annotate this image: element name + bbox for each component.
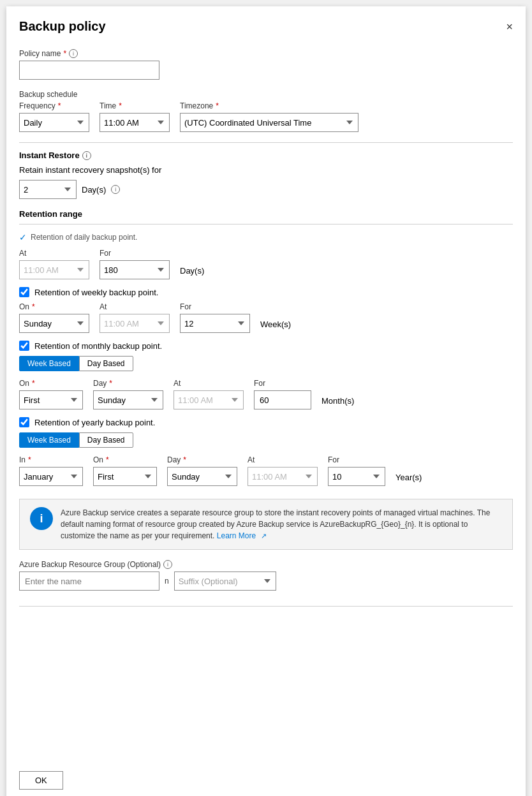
yearly-for-label: For — [328, 455, 385, 464]
days-info-icon[interactable]: i — [111, 185, 120, 194]
retain-value-row: 2 1 3 4 5 Day(s) i — [19, 180, 513, 199]
monthly-day-label: Day * — [93, 379, 163, 388]
daily-sub-label: Retention of daily backup point. — [31, 233, 137, 242]
monthly-at-label: At — [174, 379, 244, 388]
weekly-on-col: On * Sunday Monday Tuesday Wednesday Thu… — [19, 302, 89, 333]
weekly-on-label: On * — [19, 302, 89, 311]
backup-schedule-row: Frequency * Daily Weekly Time * 11:00 AM — [19, 101, 513, 132]
monthly-day-based-tab[interactable]: Day Based — [79, 356, 133, 371]
resource-group-suffix-select[interactable]: Suffix (Optional) — [174, 571, 276, 591]
resource-group-row: n Suffix (Optional) — [19, 571, 513, 591]
monthly-day-col: Day * Sunday Monday Tuesday Wednesday Th… — [93, 379, 163, 409]
timezone-col: Timezone * (UTC) Coordinated Universal T… — [180, 101, 358, 132]
yearly-day-label: Day * — [167, 455, 237, 464]
retain-row: Retain instant recovery snapshot(s) for — [19, 165, 513, 175]
daily-for-select[interactable]: 180 — [100, 260, 170, 279]
monthly-day-select[interactable]: Sunday Monday Tuesday Wednesday Thursday… — [93, 390, 163, 409]
yearly-week-based-tab[interactable]: Week Based — [19, 432, 79, 448]
policy-name-info-icon[interactable]: i — [69, 49, 78, 58]
retain-days-select[interactable]: 2 1 3 4 5 — [19, 180, 77, 199]
daily-at-select[interactable]: 11:00 AM — [19, 260, 89, 279]
info-text: Azure Backup service creates a separate … — [61, 507, 502, 542]
monthly-on-select[interactable]: First Second Third Fourth Last — [19, 390, 83, 409]
daily-for-col: For 180 — [100, 249, 170, 279]
monthly-at-select[interactable]: 11:00 AM — [174, 390, 244, 409]
policy-name-group: Policy name * i — [19, 49, 513, 80]
monthly-unit: Month(s) — [321, 396, 354, 409]
yearly-unit: Year(s) — [395, 473, 422, 486]
resource-group-info-icon[interactable]: i — [163, 560, 172, 569]
frequency-label: Frequency * — [19, 101, 89, 110]
yearly-checkbox-label: Retention of yearly backup point. — [34, 418, 155, 427]
daily-retention-sub: ✓ Retention of daily backup point. — [19, 232, 513, 242]
resource-group-name-input[interactable] — [19, 571, 159, 591]
ok-button[interactable]: OK — [19, 771, 63, 790]
weekly-at-label: At — [100, 302, 170, 311]
monthly-for-label: For — [254, 379, 311, 388]
info-box: i Azure Backup service creates a separat… — [19, 499, 513, 550]
weekly-on-select[interactable]: Sunday Monday Tuesday Wednesday Thursday… — [19, 314, 89, 333]
weekly-for-col: For 12 — [180, 302, 250, 333]
daily-at-for-row: At 11:00 AM For 180 Day(s) — [19, 249, 513, 279]
monthly-on-day-at-for-row: On * First Second Third Fourth Last Day … — [19, 379, 513, 409]
policy-name-input[interactable] — [19, 61, 159, 80]
time-label: Time * — [100, 101, 170, 110]
weekly-checkbox-label: Retention of weekly backup point. — [34, 288, 158, 297]
external-link-icon: ↗ — [261, 532, 267, 540]
yearly-at-label: At — [248, 455, 318, 464]
weekly-for-select[interactable]: 12 — [180, 314, 250, 333]
yearly-on-col: On * First Second Third Fourth Last — [93, 455, 157, 486]
daily-at-col: At 11:00 AM — [19, 249, 89, 279]
resource-group-separator: n — [165, 577, 169, 586]
backup-schedule-group: Backup schedule Frequency * Daily Weekly… — [19, 90, 513, 132]
backup-policy-panel: Backup policy × Policy name * i Backup s… — [6, 6, 526, 796]
panel-header: Backup policy × — [19, 19, 513, 34]
monthly-for-col: For — [254, 379, 311, 409]
retain-label: Retain instant recovery snapshot(s) for — [19, 165, 161, 175]
retention-range-divider — [19, 224, 513, 225]
monthly-tab-group: Week Based Day Based — [19, 356, 513, 371]
monthly-checkbox[interactable] — [19, 341, 29, 351]
yearly-for-select[interactable]: 10 — [328, 467, 385, 486]
timezone-select[interactable]: (UTC) Coordinated Universal Time — [180, 113, 358, 132]
yearly-checkbox[interactable] — [19, 417, 29, 427]
yearly-tab-group: Week Based Day Based — [19, 432, 513, 448]
time-select[interactable]: 11:00 AM — [100, 113, 170, 132]
frequency-select[interactable]: Daily Weekly — [19, 113, 89, 132]
instant-restore-info-icon[interactable]: i — [82, 151, 91, 160]
weekly-at-col: At 11:00 AM — [100, 302, 170, 333]
instant-restore-title: Instant Restore i — [19, 151, 513, 160]
monthly-on-col: On * First Second Third Fourth Last — [19, 379, 83, 409]
bottom-divider — [19, 606, 513, 607]
daily-for-label: For — [100, 249, 170, 258]
learn-more-link[interactable]: Learn More — [217, 531, 256, 540]
policy-name-label: Policy name * i — [19, 49, 513, 58]
weekly-checkbox[interactable] — [19, 287, 29, 297]
monthly-for-input[interactable] — [254, 390, 311, 409]
yearly-on-select[interactable]: First Second Third Fourth Last — [93, 467, 157, 486]
yearly-day-col: Day * Sunday Monday Tuesday Wednesday Th… — [167, 455, 237, 486]
weekly-for-label: For — [180, 302, 250, 311]
yearly-at-select[interactable]: 11:00 AM — [248, 467, 318, 486]
yearly-day-based-tab[interactable]: Day Based — [79, 432, 133, 448]
yearly-in-on-day-at-for-row: In * January February March April May Ju… — [19, 455, 513, 486]
instant-restore-divider — [19, 142, 513, 143]
monthly-week-based-tab[interactable]: Week Based — [19, 356, 79, 371]
close-button[interactable]: × — [506, 21, 513, 33]
yearly-in-select[interactable]: January February March April May June Ju… — [19, 467, 83, 486]
timezone-label: Timezone * — [180, 101, 358, 110]
yearly-in-label: In * — [19, 455, 83, 464]
yearly-on-label: On * — [93, 455, 157, 464]
daily-at-label: At — [19, 249, 89, 258]
yearly-checkbox-row: Retention of yearly backup point. — [19, 417, 513, 427]
monthly-on-label: On * — [19, 379, 83, 388]
days-label: Day(s) — [82, 185, 106, 195]
resource-group-field-group: Azure Backup Resource Group (Optional) i… — [19, 560, 513, 591]
weekly-on-at-for-row: On * Sunday Monday Tuesday Wednesday Thu… — [19, 302, 513, 333]
weekly-checkbox-row: Retention of weekly backup point. — [19, 287, 513, 297]
weekly-unit: Week(s) — [260, 320, 291, 333]
yearly-day-select[interactable]: Sunday Monday Tuesday Wednesday Thursday… — [167, 467, 237, 486]
resource-group-label: Azure Backup Resource Group (Optional) i — [19, 560, 513, 569]
weekly-at-select[interactable]: 11:00 AM — [100, 314, 170, 333]
monthly-checkbox-label: Retention of monthly backup point. — [34, 341, 162, 351]
